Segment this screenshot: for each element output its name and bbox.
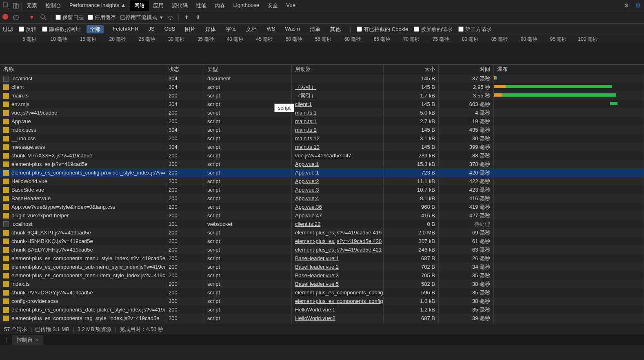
request-initiator[interactable]: element-plus_es.js?v=419cad5e:421 [292,245,384,254]
request-initiator[interactable]: client:1 [292,100,384,108]
table-row[interactable]: element-plus_es_components_tag_style_ind… [0,314,644,322]
request-initiator[interactable]: （索引） [292,91,384,100]
request-initiator[interactable]: element-plus_es_components_config-pr... [292,288,384,297]
clear-icon[interactable] [12,14,20,21]
top-tab[interactable]: 应用 [149,0,168,11]
request-initiator[interactable]: element-plus_es.js?v=419cad5e:420 [292,237,384,245]
request-initiator[interactable]: main.ts:2 [292,126,384,134]
request-initiator[interactable]: main.ts:1 [292,117,384,126]
table-row[interactable]: localhost304document145 B37 毫秒 [0,74,644,83]
filter-type[interactable]: Wasm [282,25,303,33]
filter-type[interactable]: 清单 [306,25,324,33]
request-initiator[interactable]: main.ts:1 [292,108,384,117]
top-tab[interactable]: 网络 [130,0,149,11]
table-row[interactable]: chunk-PVYJDGGY.js?v=419cad5e200scriptele… [0,288,644,297]
request-initiator[interactable]: BaseHeader.vue:3 [292,271,384,280]
top-tab[interactable]: 源代码 [168,0,192,11]
table-row[interactable]: element-plus_es_components_sub-menu_styl… [0,263,644,271]
request-initiator[interactable]: （索引） [292,83,384,91]
request-initiator[interactable] [292,74,384,83]
request-initiator[interactable]: App.vue:1 [292,168,384,177]
request-initiator[interactable]: App.vue:2 [292,177,384,186]
table-row[interactable]: element-plus_es_components_menu_style_in… [0,254,644,263]
filter-type[interactable]: 媒体 [202,25,219,33]
table-row[interactable]: client304script（索引）145 B2.95 秒 [0,83,644,91]
filter-type[interactable]: 字体 [222,25,240,33]
table-row[interactable]: element-plus_es_components_date-picker_s… [0,305,644,314]
filter-type[interactable]: CSS [161,25,179,33]
table-row[interactable]: vue.js?v=419cad5e200scriptmain.ts:15.0 k… [0,108,644,117]
close-icon[interactable]: × [35,337,38,343]
table-row[interactable]: chunk-H5N4BKKQ.js?v=419cad5e200scriptele… [0,237,644,245]
table-row[interactable]: element-plus_es_components_config-provid… [0,168,644,177]
table-row[interactable]: chunk-6Q4LAXPT.js?v=419cad5e200scriptele… [0,228,644,237]
disable-cache-checkbox[interactable]: 停用缓存 [88,14,116,21]
table-row[interactable]: chunk-BAEDYJHH.js?v=419cad5e200scriptele… [0,245,644,254]
request-initiator[interactable]: App.vue:1 [292,160,384,168]
drawer-console-tab[interactable]: 控制台 × [12,335,43,345]
col-time[interactable]: 时间 [439,65,494,74]
filter-all[interactable]: 全部 [87,25,104,33]
inspect-icon[interactable] [2,1,11,10]
table-row[interactable]: App.vue?vue&type=style&index=0&lang.css2… [0,203,644,211]
request-initiator[interactable]: HelloWorld.vue:3 [292,322,384,324]
filter-type[interactable]: Fetch/XHR [109,25,142,33]
table-row[interactable]: __uno.css200scriptmain.ts:123.1 kB30 毫秒 [0,134,644,143]
table-row[interactable]: BaseSide.vue200scriptApp.vue:310.7 kB423… [0,186,644,194]
table-row[interactable]: message.scss304scriptmain.ts:13145 B399 … [0,143,644,151]
col-initiator[interactable]: 启动器 [292,65,384,74]
reverse-checkbox[interactable]: 反转 [19,26,36,33]
overview-timeline[interactable] [0,43,644,64]
table-row[interactable]: BaseHeader.vue200scriptApp.vue:48.1 kB41… [0,194,644,203]
table-row[interactable]: localhost101websocketclient.ts:220 B待处理 [0,220,644,228]
top-tab[interactable]: Performance insights ▲ [65,0,130,11]
col-type[interactable]: 类型 [204,65,292,74]
table-row[interactable]: element-plus_es.js?v=419cad5e200scriptAp… [0,160,644,168]
filter-type[interactable]: 其他 [327,25,344,33]
filter-icon[interactable]: ▼ [28,14,36,21]
top-tab[interactable]: 内存 [211,0,229,11]
table-row[interactable]: config-provider.scss200scriptelement-plu… [0,297,644,305]
request-initiator[interactable]: main.ts:13 [292,143,384,151]
request-initiator[interactable]: App.vue:3 [292,186,384,194]
request-initiator[interactable]: App.vue:36 [292,203,384,211]
request-initiator[interactable]: element-plus_es.js?v=419cad5e:419 [292,228,384,237]
network-conditions-icon[interactable] [167,14,174,21]
table-row[interactable]: HelloWorld.vue200scriptApp.vue:211.1 kB4… [0,177,644,186]
filter-type[interactable]: JS [145,25,158,33]
top-tab[interactable]: Vue [282,0,300,11]
table-row[interactable]: main.ts200script（索引）1.7 kB3.55 秒 [0,91,644,100]
request-initiator[interactable]: vue.js?v=419cad5e:147 [292,151,384,160]
filter-type[interactable]: WS [263,25,278,33]
settings-icon[interactable]: ⚙ [635,2,641,9]
top-tab[interactable]: 元素 [22,0,41,11]
download-har-icon[interactable]: ⬇ [194,14,202,21]
gear-icon[interactable]: ⚙ [622,1,631,10]
table-row[interactable]: plugin-vue:export-helper200scriptApp.vue… [0,211,644,220]
table-row[interactable]: App.vue200scriptmain.ts:12.7 kB19 毫秒 [0,117,644,126]
table-row[interactable]: element-plus_es_components_menu-item_sty… [0,271,644,280]
blocked-cookies-checkbox[interactable]: 有已拦截的 Cookie [357,26,408,33]
filter-type[interactable]: 文档 [243,25,260,33]
preserve-log-checkbox[interactable]: 保留日志 [56,14,84,21]
table-row[interactable]: element-plus_es_components_input_style_i… [0,322,644,324]
request-initiator[interactable]: element-plus_es_components_config-pr... [292,297,384,305]
table-row[interactable]: index.ts200scriptBaseHeader.vue:5582 B38… [0,280,644,288]
col-status[interactable]: 状态 [165,65,204,74]
request-initiator[interactable]: HelloWorld.vue:2 [292,314,384,322]
table-row[interactable]: chunk-M7AX3XFX.js?v=419cad5e200scriptvue… [0,151,644,160]
search-icon[interactable] [40,14,47,21]
top-tab[interactable]: 性能 [192,0,211,11]
filter-type[interactable]: 图片 [182,25,199,33]
drawer-more-icon[interactable]: ⋮ [2,337,12,343]
request-initiator[interactable]: App.vue:47 [292,211,384,220]
col-waterfall[interactable]: 瀑布 [494,65,644,74]
col-size[interactable]: 大小 [384,65,439,74]
request-initiator[interactable]: BaseHeader.vue:5 [292,280,384,288]
timeline-ruler[interactable]: 5 毫秒10 毫秒15 毫秒20 毫秒25 毫秒30 毫秒35 毫秒40 毫秒4… [0,35,644,43]
third-party-checkbox[interactable]: 第三方请求 [458,26,492,33]
hide-dataurls-checkbox[interactable]: 隐藏数据网址 [42,26,81,33]
record-button[interactable] [2,14,8,21]
table-row[interactable]: env.mjs304scriptclient:1145 B603 毫秒 [0,100,644,108]
upload-har-icon[interactable]: ⬆ [183,14,190,21]
